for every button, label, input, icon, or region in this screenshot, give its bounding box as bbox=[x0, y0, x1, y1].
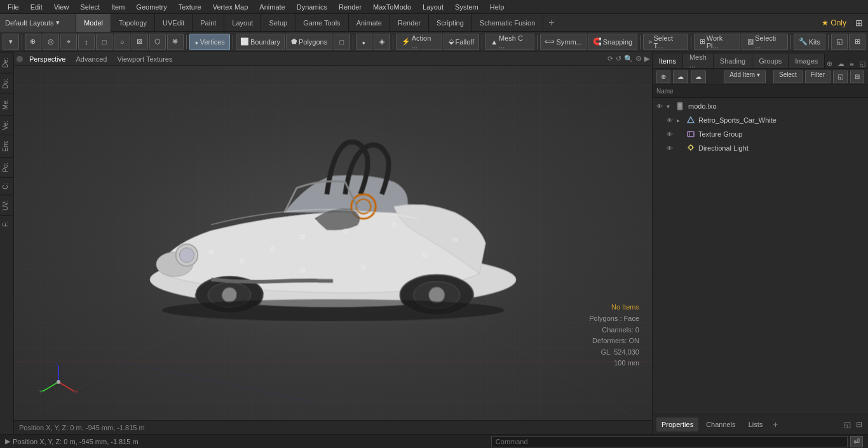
expand-layout-button[interactable]: ⊞ bbox=[853, 17, 865, 29]
tool-sphere-btn[interactable]: ○ bbox=[114, 34, 130, 50]
menu-texture[interactable]: Texture bbox=[173, 2, 207, 12]
menu-dynamics[interactable]: Dynamics bbox=[292, 2, 332, 12]
items-collapse-btn[interactable]: ⊟ bbox=[850, 71, 864, 83]
star-only-button[interactable]: ★ Only bbox=[818, 17, 850, 29]
viewport-texture-label[interactable]: Viewport Textures bbox=[113, 55, 176, 63]
item-row-light[interactable]: 👁 ▸ Directional Light bbox=[663, 141, 868, 155]
sidebar-tab-de[interactable]: De: bbox=[0, 52, 13, 73]
item-row-modo-lxo[interactable]: 👁 ▾ modo.lxo bbox=[653, 99, 868, 113]
items-filter-btn[interactable]: ☁ bbox=[691, 71, 706, 83]
tab-lists[interactable]: Lists bbox=[743, 417, 768, 431]
selecti-btn[interactable]: ▧ Selecti ... bbox=[742, 34, 787, 50]
tab-groups[interactable]: Groups bbox=[752, 54, 789, 68]
menu-maxtomodo[interactable]: MaxToModo bbox=[368, 2, 416, 12]
tool-menu-btn[interactable]: ▾ bbox=[3, 34, 19, 50]
sidebar-tab-f[interactable]: F: bbox=[0, 215, 13, 232]
btn-6[interactable]: ⬥ bbox=[356, 34, 372, 50]
menu-layout[interactable]: Layout bbox=[417, 2, 449, 12]
item-eye-car-icon[interactable]: 👁 bbox=[665, 116, 674, 125]
item-eye-texture-icon[interactable]: 👁 bbox=[665, 130, 674, 139]
sidebar-tab-me[interactable]: Me: bbox=[0, 93, 13, 115]
menu-item[interactable]: Item bbox=[106, 2, 130, 12]
item-eye-light-icon[interactable]: 👁 bbox=[665, 144, 674, 153]
symm-btn[interactable]: ⟺ Symm... bbox=[540, 34, 587, 50]
extra-tool-btn[interactable]: □ bbox=[334, 34, 350, 50]
tab-paint[interactable]: Paint bbox=[193, 14, 224, 32]
bottom-arrow-icon[interactable]: ▶ bbox=[5, 437, 10, 445]
menu-geometry[interactable]: Geometry bbox=[131, 2, 172, 12]
tab-render[interactable]: Render bbox=[390, 14, 429, 32]
menu-view[interactable]: View bbox=[49, 2, 74, 12]
filter-button[interactable]: Filter bbox=[805, 71, 831, 83]
rt-icon-list[interactable]: ≡ bbox=[848, 60, 855, 68]
tool-arrow-btn[interactable]: ↕ bbox=[78, 34, 95, 50]
viewport-canvas[interactable]: No Items Polygons : Face Channels: 0 Def… bbox=[14, 66, 652, 420]
tool-star-btn[interactable]: ❋ bbox=[167, 34, 184, 50]
sidebar-tab-du[interactable]: Du: bbox=[0, 73, 13, 94]
tab-animate[interactable]: Animate bbox=[349, 14, 390, 32]
expand-viewport-2-btn[interactable]: ⊞ bbox=[849, 34, 865, 50]
tool-transform-btn[interactable]: ⊠ bbox=[132, 34, 148, 50]
item-expand-icon[interactable]: ▾ bbox=[667, 103, 673, 110]
tab-layout[interactable]: Layout bbox=[224, 14, 261, 32]
tab-scripting[interactable]: Scripting bbox=[429, 14, 472, 32]
menu-help[interactable]: Help bbox=[485, 2, 510, 12]
polygons-btn[interactable]: ⬟ Polygons bbox=[286, 34, 332, 50]
add-prop-tab-button[interactable]: + bbox=[770, 419, 780, 430]
sidebar-tab-em[interactable]: Em: bbox=[0, 135, 13, 157]
item-row-texture-group[interactable]: 👁 ▸ Texture Group bbox=[663, 127, 868, 141]
item-eye-icon[interactable]: 👁 bbox=[655, 102, 664, 111]
viewport-perspective-label[interactable]: Perspective bbox=[25, 55, 69, 63]
menu-render[interactable]: Render bbox=[334, 2, 367, 12]
viewport-zoom-icon[interactable]: 🔍 bbox=[624, 55, 633, 63]
tab-images[interactable]: Images bbox=[789, 54, 825, 68]
sidebar-tab-c[interactable]: C: bbox=[0, 177, 13, 194]
prop-collapse-icon[interactable]: ⊟ bbox=[854, 420, 864, 429]
tab-topology[interactable]: Topology bbox=[111, 14, 155, 32]
sidebar-tab-po[interactable]: Po: bbox=[0, 157, 13, 177]
tool-hex-btn[interactable]: ⬡ bbox=[149, 34, 166, 50]
tool-circle-btn[interactable]: ◎ bbox=[43, 34, 59, 50]
tab-channels[interactable]: Channels bbox=[701, 417, 740, 431]
items-cloud-btn[interactable]: ☁ bbox=[673, 71, 688, 83]
items-expand-btn[interactable]: ◱ bbox=[833, 71, 848, 83]
viewport-settings-icon[interactable]: ⚙ bbox=[635, 55, 642, 63]
item-expand-car-icon[interactable]: ▸ bbox=[677, 117, 683, 124]
snapping-btn[interactable]: 🧲 Snapping bbox=[588, 34, 637, 50]
viewport-advanced-label[interactable]: Advanced bbox=[72, 55, 111, 63]
tab-mesh[interactable]: Mesh ... bbox=[683, 54, 714, 68]
viewport-play-icon[interactable]: ▶ bbox=[644, 55, 649, 63]
item-row-car[interactable]: 👁 ▸ Retro_Sports_Car_White bbox=[663, 113, 868, 127]
tab-shading[interactable]: Shading bbox=[714, 54, 752, 68]
items-add-btn[interactable]: ⊕ bbox=[656, 71, 670, 83]
viewport-rotate-icon[interactable]: ⟳ bbox=[607, 55, 613, 63]
viewport-camera-icon[interactable]: ↺ bbox=[616, 55, 621, 63]
falloff-btn[interactable]: ⬙ Falloff bbox=[444, 34, 479, 50]
tool-box-btn[interactable]: □ bbox=[96, 34, 112, 50]
command-run-button[interactable]: ⏎ bbox=[850, 436, 863, 447]
menu-edit[interactable]: Edit bbox=[25, 2, 48, 12]
menu-select[interactable]: Select bbox=[75, 2, 105, 12]
tab-model[interactable]: Model bbox=[76, 14, 111, 32]
menu-animate[interactable]: Animate bbox=[254, 2, 290, 12]
tab-uvedit[interactable]: UVEdit bbox=[155, 14, 193, 32]
sidebar-tab-uv[interactable]: UV: bbox=[0, 194, 13, 215]
command-input[interactable] bbox=[491, 436, 848, 447]
tool-grid-btn[interactable]: ⊕ bbox=[25, 34, 41, 50]
add-layout-tab-button[interactable]: + bbox=[543, 14, 559, 32]
layout-dropdown[interactable]: Default Layouts ▾ bbox=[0, 14, 76, 32]
prop-expand-icon[interactable]: ◱ bbox=[842, 420, 853, 429]
rt-icon-add[interactable]: ⊕ bbox=[825, 60, 834, 68]
menu-vertex-map[interactable]: Vertex Map bbox=[208, 2, 254, 12]
rt-icon-cloud[interactable]: ☁ bbox=[836, 60, 846, 68]
kits-btn[interactable]: 🔧 Kits bbox=[794, 34, 826, 50]
select-t-btn[interactable]: ▹ Select T... bbox=[643, 34, 688, 50]
action-btn[interactable]: ⚡ Action ... bbox=[396, 34, 443, 50]
btn-7[interactable]: ◈ bbox=[374, 34, 390, 50]
tab-setup[interactable]: Setup bbox=[261, 14, 295, 32]
mesh-c-btn[interactable]: ▲ Mesh C ... bbox=[485, 34, 534, 50]
menu-system[interactable]: System bbox=[450, 2, 484, 12]
rt-icon-expand[interactable]: ◱ bbox=[857, 60, 867, 68]
expand-viewport-1-btn[interactable]: ◱ bbox=[831, 34, 848, 50]
boundary-btn[interactable]: ⬜ Boundary bbox=[236, 34, 285, 50]
